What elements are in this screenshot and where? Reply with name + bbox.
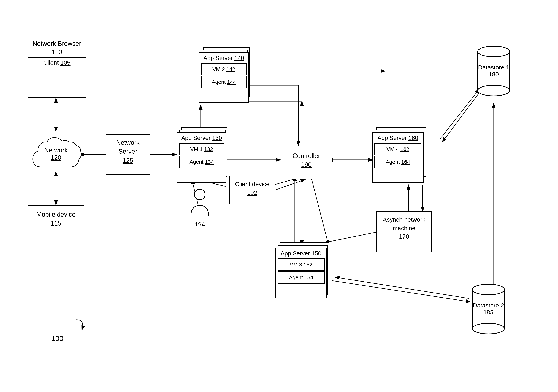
as140-label: App Server bbox=[203, 55, 233, 61]
svg-line-19 bbox=[332, 281, 471, 302]
client-browser-label: Network Browser bbox=[33, 40, 81, 47]
network-server-ref: 125 bbox=[122, 157, 133, 164]
as140-vm-ref: 142 bbox=[227, 66, 235, 72]
ref-100: 100 bbox=[52, 335, 63, 343]
client-ref: 105 bbox=[60, 59, 70, 66]
network-label: Network bbox=[44, 147, 68, 154]
network-ref: 120 bbox=[51, 154, 61, 161]
as150-label: App Server bbox=[281, 250, 310, 257]
mobile-box: Mobile device 115 bbox=[27, 205, 84, 244]
as140-vm-label: VM 2 bbox=[212, 66, 225, 72]
controller-label: Controller bbox=[293, 152, 320, 159]
svg-line-16 bbox=[442, 92, 480, 142]
ds1-label: Datastore 1 bbox=[478, 64, 509, 71]
as150-vm-ref: 152 bbox=[304, 262, 313, 268]
client-box: Network Browser 110 Client 105 bbox=[27, 35, 86, 98]
as130-label: App Server bbox=[181, 135, 210, 141]
controller-box: Controller 190 bbox=[281, 146, 332, 179]
as150-vm-label: VM 3 bbox=[290, 262, 302, 268]
client-device-label: Client device bbox=[235, 181, 270, 187]
client-device-box: Client device 192 bbox=[229, 176, 275, 204]
app-server-150-box: App Server 150 VM 3 152 Agent 154 bbox=[275, 248, 327, 298]
as130-ref: 130 bbox=[212, 135, 222, 141]
ds2-ref: 185 bbox=[483, 309, 494, 316]
app-server-160-box: App Server 160 VM 4 162 Agent 164 bbox=[372, 132, 424, 183]
person-icon: 194 bbox=[186, 188, 213, 228]
datastore1: Datastore 1 180 bbox=[476, 44, 512, 98]
as150-agent-ref: 154 bbox=[304, 274, 313, 280]
client-device-ref: 192 bbox=[247, 189, 257, 196]
as140-ref: 140 bbox=[235, 55, 244, 61]
as130-agent-ref: 134 bbox=[205, 159, 214, 165]
as130-vm-ref: 132 bbox=[204, 146, 213, 152]
as130-vm-label: VM 1 bbox=[190, 146, 203, 152]
mobile-label: Mobile device bbox=[36, 211, 76, 218]
as160-label: App Server bbox=[377, 135, 407, 141]
person-ref: 194 bbox=[195, 221, 205, 228]
svg-point-41 bbox=[472, 284, 504, 295]
controller-ref: 190 bbox=[301, 161, 312, 168]
svg-point-34 bbox=[478, 85, 510, 96]
client-label: Client bbox=[43, 59, 59, 66]
asynch-ref: 170 bbox=[399, 233, 409, 240]
as160-vm-ref: 162 bbox=[401, 146, 409, 152]
asynch-label: Asynch network machine bbox=[383, 216, 425, 231]
svg-line-15 bbox=[440, 89, 480, 139]
diagram: Network Browser 110 Client 105 Network 1… bbox=[0, 0, 558, 392]
ds2-label: Datastore 2 bbox=[473, 302, 504, 309]
as150-ref: 150 bbox=[312, 250, 322, 257]
as140-agent-label: Agent bbox=[212, 79, 226, 85]
client-browser-label2: 110 bbox=[52, 48, 62, 56]
as160-agent-ref: 164 bbox=[401, 159, 410, 165]
as130-agent-label: Agent bbox=[190, 159, 203, 165]
network-server-box: Network Server 125 bbox=[106, 134, 150, 175]
app-server-130-box: App Server 130 VM 1 132 Agent 134 bbox=[177, 132, 227, 183]
svg-line-20 bbox=[335, 277, 469, 298]
svg-line-27 bbox=[311, 176, 329, 245]
as160-agent-label: Agent bbox=[386, 159, 400, 165]
as160-vm-label: VM 4 bbox=[386, 146, 399, 152]
network-server-label: Network Server bbox=[116, 139, 140, 155]
app-server-140-box: App Server 140 VM 2 142 Agent 144 bbox=[199, 52, 249, 103]
ds1-ref: 180 bbox=[489, 71, 499, 78]
as160-ref: 160 bbox=[409, 135, 418, 141]
svg-point-29 bbox=[194, 189, 205, 200]
asynch-box: Asynch network machine 170 bbox=[376, 211, 432, 252]
network-cloud: Network 120 bbox=[27, 131, 84, 176]
as150-agent-label: Agent bbox=[289, 274, 303, 280]
datastore2: Datastore 2 185 bbox=[471, 282, 506, 336]
as140-agent-ref: 144 bbox=[227, 79, 236, 85]
mobile-ref: 115 bbox=[51, 220, 61, 227]
svg-line-24 bbox=[270, 179, 305, 192]
svg-point-35 bbox=[478, 46, 510, 57]
svg-point-40 bbox=[472, 323, 504, 334]
ref-100-label: 100 bbox=[50, 316, 85, 344]
